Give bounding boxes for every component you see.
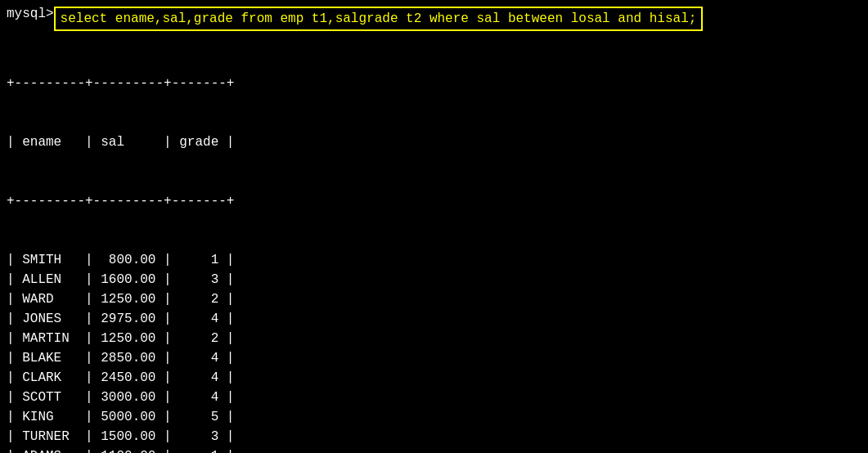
table-row: | BLAKE | 2850.00 | 4 | [7,348,861,368]
table-row: | CLARK | 2450.00 | 4 | [7,368,861,388]
sql-command: select ename,sal,grade from emp t1,salgr… [54,7,704,31]
terminal-window: mysql> select ename,sal,grade from emp t… [0,3,868,453]
table-row: | SMITH | 800.00 | 1 | [7,250,861,270]
table-output: +---------+---------+-------+ | ename | … [7,34,861,453]
table-row: | TURNER | 1500.00 | 3 | [7,427,861,446]
table-row: | WARD | 1250.00 | 2 | [7,289,861,309]
table-row: | MARTIN | 1250.00 | 2 | [7,329,861,348]
table-row: | ALLEN | 1600.00 | 3 | [7,270,861,289]
separator-top: +---------+---------+-------+ [7,74,861,93]
prompt-label: mysql> [7,7,54,21]
table-row: | ADAMS | 1100.00 | 1 | [7,446,861,453]
table-header: | ename | sal | grade | [7,132,861,152]
separator-header: +---------+---------+-------+ [7,191,861,211]
table-row: | SCOTT | 3000.00 | 4 | [7,388,861,407]
table-rows: | SMITH | 800.00 | 1 || ALLEN | 1600.00 … [7,250,861,453]
table-row: | JONES | 2975.00 | 4 | [7,309,861,329]
command-line: mysql> select ename,sal,grade from emp t… [7,7,861,31]
table-row: | KING | 5000.00 | 5 | [7,407,861,427]
